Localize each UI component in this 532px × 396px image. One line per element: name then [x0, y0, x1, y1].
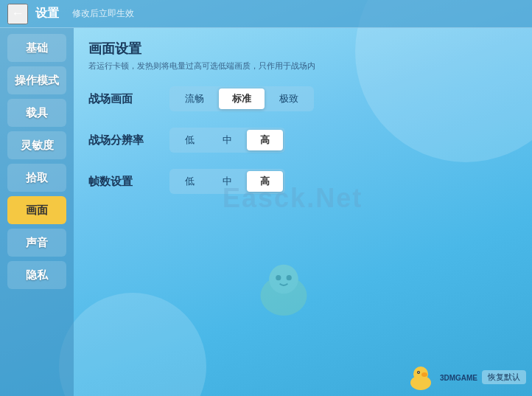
- battle-resolution-label: 战场分辨率: [88, 133, 155, 147]
- sidebar-item-basic[interactable]: 基础: [7, 34, 66, 62]
- battle-resolution-low[interactable]: 低: [172, 130, 208, 150]
- header-title: 设置: [35, 6, 59, 21]
- setting-row-frame: 帧数设置 低 中 高: [88, 169, 517, 194]
- mascot-icon: [406, 362, 435, 392]
- logo-area: 3DMGAME 恢复默认: [406, 362, 526, 392]
- battle-screen-smooth[interactable]: 流畅: [172, 88, 217, 109]
- header-subtitle: 修改后立即生效: [72, 7, 134, 20]
- svg-point-8: [418, 372, 419, 373]
- setting-row-battle-resolution: 战场分辨率 低 中 高: [88, 128, 517, 153]
- sidebar-item-privacy[interactable]: 隐私: [7, 261, 66, 289]
- section-title: 画面设置: [88, 40, 517, 58]
- section-subtitle: 若运行卡顿，发热则将电量过高可选低端画质，只作用于战场内: [88, 60, 517, 72]
- setting-row-battle-screen: 战场画面 流畅 标准 极致: [88, 86, 517, 111]
- logo-badge: 3DMGAME: [440, 370, 477, 383]
- sidebar-item-operation[interactable]: 操作模式: [7, 66, 66, 94]
- frame-label: 帧数设置: [88, 175, 155, 189]
- header-bar: ← 设置 修改后立即生效: [0, 0, 532, 28]
- battle-resolution-options: 低 中 高: [169, 128, 285, 153]
- battle-resolution-mid[interactable]: 中: [209, 130, 245, 150]
- restore-default-button[interactable]: 恢复默认: [482, 370, 526, 384]
- battle-screen-hd[interactable]: 极致: [266, 88, 312, 109]
- frame-options: 低 中 高: [169, 169, 285, 194]
- frame-mid[interactable]: 中: [209, 171, 245, 192]
- sidebar-item-sensitivity[interactable]: 灵敏度: [7, 131, 66, 159]
- sidebar-item-display[interactable]: 画面: [7, 196, 66, 224]
- sidebar-item-audio[interactable]: 声音: [7, 229, 66, 257]
- sidebar: 基础 操作模式 载具 灵敏度 拾取 画面 声音 隐私: [0, 28, 74, 396]
- svg-point-6: [421, 372, 427, 377]
- sidebar-item-vehicle[interactable]: 载具: [7, 99, 66, 127]
- frame-high[interactable]: 高: [247, 171, 283, 192]
- main-content: 画面设置 若运行卡顿，发热则将电量过高可选低端画质，只作用于战场内 战场画面 流…: [74, 28, 532, 396]
- frame-low[interactable]: 低: [172, 171, 208, 192]
- battle-screen-options: 流畅 标准 极致: [169, 86, 314, 111]
- battle-screen-standard[interactable]: 标准: [219, 88, 265, 109]
- sidebar-item-pickup[interactable]: 拾取: [7, 164, 66, 192]
- battle-screen-label: 战场画面: [88, 92, 155, 106]
- battle-resolution-high[interactable]: 高: [247, 130, 283, 150]
- back-button[interactable]: ←: [7, 4, 28, 24]
